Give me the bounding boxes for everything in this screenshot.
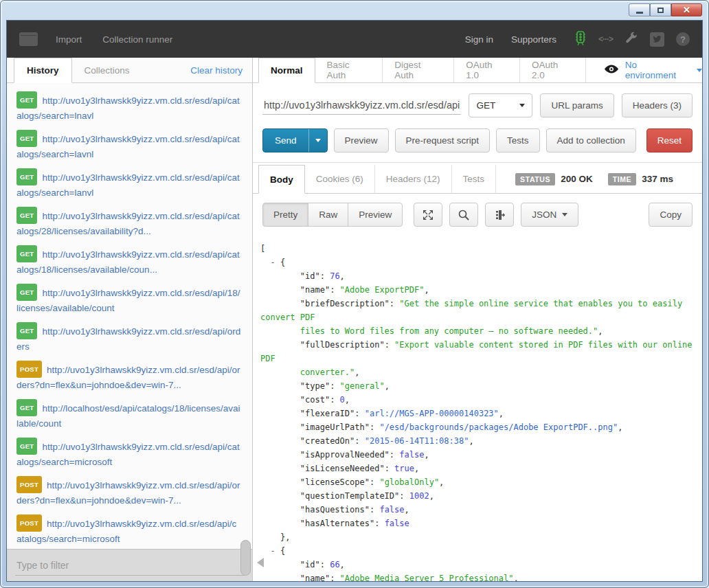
tab-oauth-2[interactable]: OAuth 2.0 [520, 58, 586, 82]
history-item[interactable]: GEThttp://uvo1y3lrhawskk9yizz.vm.cld.sr/… [16, 91, 241, 123]
time-value: 337 ms [642, 174, 673, 184]
request-url: http://localhost/esd/api/catalogs/18/lic… [16, 403, 240, 429]
pretty-button[interactable]: Pretty [262, 203, 308, 227]
method-select[interactable]: GET [469, 93, 532, 117]
window-controls: ✕ [629, 3, 702, 16]
tab-response-tests[interactable]: Tests [452, 165, 497, 193]
url-row: GET URL params Headers (3) [253, 83, 702, 124]
chevron-down-icon [519, 104, 525, 107]
history-item[interactable]: GEThttp://uvo1y3lrhawskk9yizz.vm.cld.sr/… [16, 284, 241, 315]
json-line: "imageUrlPath": "/esd/backgrounds/packag… [260, 420, 697, 434]
restore-button[interactable] [650, 3, 671, 16]
main-panel: Normal Basic Auth Digest Auth OAuth 1.0 … [253, 58, 702, 581]
sign-in-link[interactable]: Sign in [465, 34, 493, 45]
time-badge: TIME [608, 173, 636, 185]
status-badge: STATUS [515, 173, 555, 185]
minimize-button[interactable] [629, 3, 650, 16]
filter-input[interactable] [15, 556, 244, 576]
wrench-icon[interactable] [624, 31, 638, 47]
import-menu-item[interactable]: Import [56, 34, 82, 45]
method-badge: GET [16, 399, 37, 416]
code-icon[interactable]: <···> [598, 34, 613, 44]
request-url: http://uvo1y3lrhawskk9yizz.vm.cld.sr/esd… [16, 519, 236, 544]
twitter-icon[interactable] [650, 32, 664, 47]
json-line: "name": "Adobe Media Server 5 Profession… [260, 572, 697, 581]
copy-button[interactable]: Copy [649, 203, 693, 227]
tab-basic-auth[interactable]: Basic Auth [315, 58, 383, 82]
json-line: "briefDescription": "Get the simple onli… [260, 297, 697, 324]
method-badge: GET [16, 245, 37, 262]
environment-selector[interactable]: No environment [604, 58, 702, 82]
url-input[interactable] [262, 96, 461, 115]
clear-history-link[interactable]: Clear history [190, 65, 243, 76]
method-badge: GET [16, 322, 37, 339]
response-meta: STATUS 200 OK TIME 337 ms [515, 165, 683, 193]
url-params-button[interactable]: URL params [540, 93, 614, 117]
traffic-light-icon[interactable] [574, 31, 587, 48]
app-frame: Import Collection runner Sign in Support… [6, 20, 703, 582]
expand-button[interactable] [414, 203, 442, 227]
tests-button[interactable]: Tests [496, 128, 540, 152]
sidebar-scrollbar-thumb[interactable] [240, 540, 251, 576]
request-url: http://uvo1y3lrhawskk9yizz.vm.cld.sr/esd… [16, 288, 240, 313]
format-select[interactable]: JSON [521, 203, 578, 227]
history-item[interactable]: POSThttp://uvo1y3lrhawskk9yizz.vm.cld.sr… [16, 361, 241, 392]
reset-button[interactable]: Reset [646, 128, 693, 152]
tab-body[interactable]: Body [258, 165, 305, 194]
method-badge: GET [16, 168, 37, 185]
format-indent-button[interactable] [485, 203, 514, 227]
request-url: http://uvo1y3lrhawskk9yizz.vm.cld.sr/esd… [16, 95, 240, 121]
tab-collections[interactable]: Collections [72, 58, 142, 82]
app-logo-icon [19, 32, 38, 46]
history-item[interactable]: GEThttp://uvo1y3lrhawskk9yizz.vm.cld.sr/… [16, 130, 241, 161]
expand-icon [422, 209, 434, 221]
supporters-link[interactable]: Supporters [511, 34, 556, 45]
tab-normal[interactable]: Normal [258, 58, 315, 83]
auth-tabs: Normal Basic Auth Digest Auth OAuth 1.0 … [253, 58, 702, 83]
history-item[interactable]: GEThttp://uvo1y3lrhawskk9yizz.vm.cld.sr/… [16, 207, 241, 238]
fold-toggle-icon[interactable]: - [260, 546, 280, 556]
raw-button[interactable]: Raw [308, 203, 348, 227]
preview-view-button[interactable]: Preview [348, 203, 403, 227]
response-json[interactable]: [ - { "id": 76, "name": "Adobe ExportPDF… [253, 235, 702, 581]
search-button[interactable] [449, 203, 478, 227]
fold-toggle-icon[interactable]: - [260, 258, 280, 267]
preview-button[interactable]: Preview [334, 128, 389, 152]
tab-headers[interactable]: Headers (12) [375, 165, 452, 193]
send-button[interactable]: Send [263, 129, 308, 152]
tab-digest-auth[interactable]: Digest Auth [383, 58, 454, 82]
history-item[interactable]: GEThttp://localhost/esd/api/catalogs/18/… [16, 399, 241, 431]
send-split-button: Send [262, 128, 328, 152]
history-item[interactable]: GEThttp://uvo1y3lrhawskk9yizz.vm.cld.sr/… [16, 438, 241, 469]
history-item[interactable]: POSThttp://uvo1y3lrhawskk9yizz.vm.cld.sr… [16, 476, 241, 508]
prerequest-script-button[interactable]: Pre-request script [395, 128, 491, 152]
history-item[interactable]: GEThttp://uvo1y3lrhawskk9yizz.vm.cld.sr/… [16, 322, 241, 354]
top-menu: Import Collection runner [56, 34, 172, 45]
request-url: http://uvo1y3lrhawskk9yizz.vm.cld.sr/esd… [16, 480, 240, 506]
close-button[interactable]: ✕ [671, 3, 702, 16]
method-value: GET [476, 100, 495, 111]
add-to-collection-button[interactable]: Add to collection [546, 128, 636, 152]
json-line: [ [260, 242, 697, 256]
sidebar: History Collections Clear history GEThtt… [7, 58, 253, 581]
send-dropdown-button[interactable] [308, 129, 327, 152]
collection-runner-menu-item[interactable]: Collection runner [102, 34, 172, 45]
history-item[interactable]: GEThttp://uvo1y3lrhawskk9yizz.vm.cld.sr/… [16, 245, 241, 277]
method-badge: GET [16, 91, 37, 109]
history-item[interactable]: POSThttp://uvo1y3lrhawskk9yizz.vm.cld.sr… [16, 514, 241, 546]
tab-oauth-1[interactable]: OAuth 1.0 [454, 58, 520, 82]
chevron-down-icon [562, 213, 567, 216]
chevron-down-icon [697, 69, 702, 72]
window-titlebar[interactable]: ✕ [1, 1, 708, 20]
sidebar-collapse-icon[interactable] [257, 558, 264, 567]
method-badge: GET [16, 130, 37, 147]
history-list[interactable]: GEThttp://uvo1y3lrhawskk9yizz.vm.cld.sr/… [7, 83, 252, 549]
tab-cookies[interactable]: Cookies (6) [305, 165, 375, 193]
method-badge: GET [16, 438, 37, 455]
history-item[interactable]: GEThttp://uvo1y3lrhawskk9yizz.vm.cld.sr/… [16, 168, 241, 200]
help-icon[interactable]: ? [676, 32, 690, 46]
tab-history[interactable]: History [14, 58, 72, 83]
view-mode-group: Pretty Raw Preview [262, 203, 403, 227]
eye-icon [604, 64, 619, 77]
headers-button[interactable]: Headers (3) [622, 93, 693, 117]
